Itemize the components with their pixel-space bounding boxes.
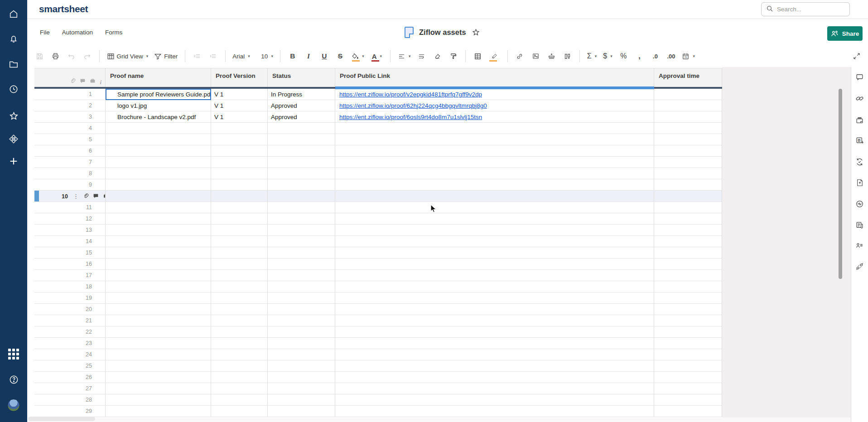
proof-name-cell[interactable] xyxy=(106,360,211,372)
highlight-button[interactable] xyxy=(487,49,502,63)
search-input[interactable] xyxy=(777,6,840,13)
approval-time-cell[interactable] xyxy=(654,202,722,213)
view-selector[interactable]: Grid View▾ xyxy=(105,49,150,63)
proof-version-cell[interactable] xyxy=(211,349,268,360)
grid-row[interactable]: 10⋮ xyxy=(34,191,722,202)
proof-name-cell[interactable] xyxy=(106,372,211,383)
proof-public-link-cell[interactable] xyxy=(335,123,654,134)
share-button[interactable]: Share xyxy=(827,26,863,41)
proof-public-link[interactable]: https://ent.ziflow.io/proof/62hj224qcg4b… xyxy=(339,102,487,109)
decrease-decimal-button[interactable]: .0 xyxy=(648,49,662,63)
currency-format-button[interactable]: $▾ xyxy=(601,49,614,63)
proof-version-cell[interactable] xyxy=(211,179,268,191)
expand-toolbar-icon[interactable] xyxy=(850,49,863,63)
approval-time-cell[interactable] xyxy=(654,270,722,281)
approval-time-cell[interactable] xyxy=(654,225,722,236)
row-number[interactable]: 9 xyxy=(34,179,106,191)
vertical-scrollbar[interactable] xyxy=(839,89,842,279)
row-number[interactable]: 5 xyxy=(34,134,106,145)
status-cell[interactable] xyxy=(268,202,335,213)
grid-row[interactable]: 22 xyxy=(34,326,722,338)
proof-name-cell[interactable] xyxy=(106,383,211,394)
row-number[interactable]: 29 xyxy=(34,406,106,417)
proof-name-cell[interactable] xyxy=(106,259,211,270)
proof-name-cell[interactable] xyxy=(106,157,211,168)
proof-public-link-cell[interactable] xyxy=(335,213,654,225)
proof-public-link-cell[interactable] xyxy=(335,360,654,372)
proof-version-cell[interactable] xyxy=(211,338,268,349)
undo-icon[interactable] xyxy=(65,49,78,63)
status-cell[interactable] xyxy=(268,315,335,326)
proof-version-cell[interactable]: V 1 xyxy=(211,111,268,123)
proof-name-cell[interactable] xyxy=(106,134,211,145)
proof-version-cell[interactable] xyxy=(211,360,268,372)
row-number[interactable]: 26 xyxy=(34,372,106,383)
approval-time-cell[interactable] xyxy=(654,168,722,179)
grid-row[interactable]: 11 xyxy=(34,202,722,213)
proof-version-cell[interactable] xyxy=(211,326,268,338)
row-number[interactable]: 7 xyxy=(34,157,106,168)
proof-version-cell[interactable] xyxy=(211,372,268,383)
link-icon[interactable] xyxy=(513,49,526,63)
font-family-selector[interactable]: Arial▾ xyxy=(231,49,252,63)
proof-public-link-cell[interactable] xyxy=(335,225,654,236)
connections-plug-icon[interactable] xyxy=(854,260,866,272)
status-cell[interactable] xyxy=(268,225,335,236)
column-header-approval-time[interactable]: Approval time xyxy=(654,68,722,87)
font-size-selector[interactable]: 10▾ xyxy=(259,49,275,63)
proof-name-cell[interactable] xyxy=(106,168,211,179)
status-cell[interactable] xyxy=(268,134,335,145)
column-header-proof-name[interactable]: Proof name xyxy=(106,68,211,87)
row-number[interactable]: 6 xyxy=(34,145,106,157)
proof-name-cell[interactable] xyxy=(106,338,211,349)
grid-row[interactable]: 20 xyxy=(34,304,722,315)
global-search[interactable] xyxy=(761,2,850,16)
row-number[interactable]: 21 xyxy=(34,315,106,326)
row-number[interactable]: 8 xyxy=(34,168,106,179)
notifications-bell-icon[interactable] xyxy=(6,32,21,46)
proof-name-cell[interactable] xyxy=(106,304,211,315)
proof-version-cell[interactable] xyxy=(211,202,268,213)
column-header-proof-public-link[interactable]: Proof Public Link xyxy=(335,68,654,87)
status-cell[interactable]: In Progress xyxy=(268,89,335,100)
proof-public-link[interactable]: https://ent.ziflow.io/proof/v2epgkid481f… xyxy=(339,91,482,98)
grid-row[interactable]: 15 xyxy=(34,247,722,259)
status-cell[interactable] xyxy=(268,360,335,372)
proof-version-cell[interactable] xyxy=(211,236,268,247)
status-cell[interactable]: Approved xyxy=(268,111,335,123)
status-cell[interactable] xyxy=(268,349,335,360)
approval-time-cell[interactable] xyxy=(654,111,722,123)
status-cell[interactable] xyxy=(268,281,335,293)
proof-public-link-cell[interactable] xyxy=(335,157,654,168)
grid-row[interactable]: 1Sample proof Reviewers Guide.pdfV 1In P… xyxy=(34,89,722,100)
percent-format-button[interactable]: % xyxy=(617,49,630,63)
row-menu-icon[interactable]: ⋮ xyxy=(73,193,79,200)
grid-row[interactable]: 7 xyxy=(34,157,722,168)
proof-name-cell[interactable] xyxy=(106,270,211,281)
grid-row[interactable]: 17 xyxy=(34,270,722,281)
indent-decrease-icon[interactable] xyxy=(190,49,204,63)
proof-version-cell[interactable] xyxy=(211,315,268,326)
approval-time-cell[interactable] xyxy=(654,123,722,134)
proof-name-cell[interactable] xyxy=(106,315,211,326)
italic-button[interactable]: I xyxy=(302,49,315,63)
proof-version-cell[interactable] xyxy=(211,383,268,394)
grid-row[interactable]: 26 xyxy=(34,372,722,383)
row-number[interactable]: 10⋮ xyxy=(34,191,106,202)
row-number[interactable]: 25 xyxy=(34,360,106,372)
browse-folder-icon[interactable] xyxy=(6,57,21,72)
approval-time-cell[interactable] xyxy=(654,100,722,111)
proof-version-cell[interactable] xyxy=(211,270,268,281)
fill-color-button[interactable]: ▾ xyxy=(349,49,366,63)
proof-version-cell[interactable] xyxy=(211,168,268,179)
menu-automation[interactable]: Automation xyxy=(62,29,93,36)
grid-row[interactable]: 24 xyxy=(34,349,722,360)
status-cell[interactable] xyxy=(268,123,335,134)
proof-version-cell[interactable] xyxy=(211,145,268,157)
proof-public-link-cell[interactable] xyxy=(335,349,654,360)
proof-public-link-cell[interactable] xyxy=(335,134,654,145)
row-number[interactable]: 14 xyxy=(34,236,106,247)
date-format-button[interactable]: 31 ▾ xyxy=(680,49,697,63)
status-cell[interactable] xyxy=(268,213,335,225)
status-cell[interactable] xyxy=(268,372,335,383)
